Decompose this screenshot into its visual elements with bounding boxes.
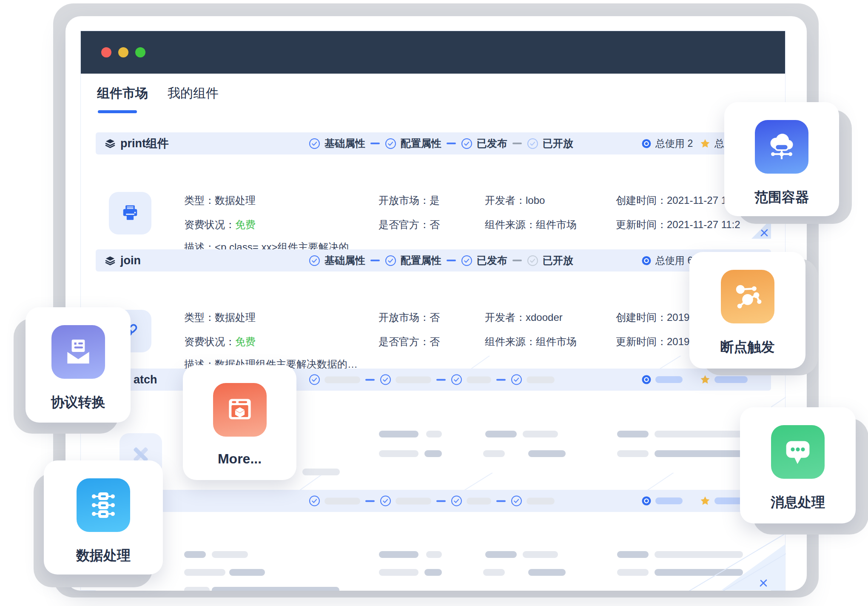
field-type: 类型：数据处理	[184, 194, 256, 207]
field-official: 是否官方：否	[379, 218, 440, 232]
step-label: 已开放	[543, 137, 573, 150]
usage-count: 总使用 6	[642, 254, 693, 267]
float-card-range-container[interactable]: 范围容器	[724, 102, 839, 216]
rating	[700, 374, 748, 385]
step-label: 已发布	[477, 137, 507, 150]
float-card-message-processing[interactable]: 消息处理	[740, 407, 856, 523]
step-label: 配置属性	[401, 137, 441, 150]
component-name: atch	[134, 373, 157, 386]
step-label: 配置属性	[401, 254, 441, 267]
field-open-market: 开放市场：是	[379, 194, 440, 207]
skeleton-pill	[184, 569, 225, 576]
skeleton-pill	[526, 497, 555, 504]
step-connector	[496, 500, 506, 502]
chat-bubble-icon	[771, 425, 825, 479]
skeleton-pill	[655, 497, 683, 504]
usage-count	[642, 496, 683, 506]
usage-count	[642, 375, 683, 384]
float-card-label: More...	[183, 451, 296, 467]
browser-cube-icon	[213, 383, 267, 437]
skeleton-pill	[528, 569, 566, 576]
usage-icon	[642, 375, 651, 384]
skeleton-pill	[467, 497, 491, 504]
field-official: 是否官方：否	[379, 335, 440, 349]
check-circle-icon	[527, 255, 538, 266]
collapse-section-icon[interactable]	[759, 578, 768, 588]
row-body: 类型：数据处理 资费状况：免费 描述：<p.class= xx>组件主要解决的……	[96, 154, 771, 239]
field-source: 组件来源：组件市场	[485, 218, 577, 232]
row-header: join 基础属性 配置属性 已发布 已开放 总使用 6	[96, 249, 771, 272]
float-card-breakpoint-trigger[interactable]: 断点触发	[689, 252, 805, 369]
component-name: join	[120, 254, 141, 267]
step-connector	[365, 379, 375, 380]
skeleton-pill	[426, 431, 442, 437]
skeleton-pill	[324, 497, 360, 504]
skeleton-pill	[424, 569, 442, 576]
collapse-card-icon[interactable]	[760, 228, 769, 237]
component-icon-tile	[109, 192, 151, 234]
layers-icon	[105, 255, 115, 266]
skeleton-pill	[655, 450, 743, 457]
active-tab-indicator	[98, 110, 137, 113]
check-circle-icon	[380, 374, 391, 386]
traffic-light-minimize[interactable]	[118, 47, 128, 57]
skeleton-pill	[212, 587, 339, 591]
component-title: atch	[134, 373, 157, 386]
step-connector	[512, 260, 522, 261]
component-row-skeleton-2[interactable]	[96, 490, 771, 591]
step-connector	[436, 500, 446, 502]
molecule-icon	[721, 270, 774, 323]
field-fee: 资费状况：免费	[184, 218, 256, 232]
window-corner-flap	[721, 544, 785, 590]
step-connector	[370, 143, 380, 144]
skeleton-pill	[523, 551, 558, 558]
row-body	[96, 512, 771, 591]
traffic-light-maximize[interactable]	[135, 47, 145, 57]
tab-component-market[interactable]: 组件市场	[97, 85, 148, 102]
check-circle-icon	[309, 138, 320, 149]
status-steps	[309, 495, 555, 507]
field-source: 组件来源：组件市场	[485, 335, 577, 349]
check-circle-icon	[451, 495, 462, 507]
skeleton-pill	[655, 431, 743, 437]
check-circle-icon	[461, 138, 472, 149]
component-row-join[interactable]: join 基础属性 配置属性 已发布 已开放 总使用 6	[96, 249, 771, 356]
field-updated: 更新时间：2019-1	[616, 335, 699, 349]
skeleton-pill	[483, 450, 505, 457]
float-card-data-processing[interactable]: 数据处理	[44, 460, 163, 575]
skeleton-pill	[424, 450, 442, 457]
skeleton-pill	[617, 569, 649, 576]
skeleton-pill	[302, 469, 340, 475]
tab-my-components[interactable]: 我的组件	[168, 85, 219, 102]
check-circle-icon	[309, 255, 320, 266]
skeleton-pill	[324, 376, 360, 383]
usage-icon	[642, 139, 651, 148]
skeleton-pill	[485, 431, 517, 437]
check-circle-icon	[385, 255, 396, 266]
float-card-label: 范围容器	[724, 188, 839, 207]
traffic-light-close[interactable]	[101, 47, 111, 57]
step-label: 基础属性	[324, 137, 365, 150]
inbox-document-icon	[51, 325, 105, 379]
field-type: 类型：数据处理	[184, 311, 256, 324]
usage-text: 总使用 2	[655, 137, 693, 150]
row-header	[96, 490, 771, 512]
status-steps	[309, 374, 555, 386]
skeleton-pill	[714, 376, 748, 383]
check-circle-icon	[511, 495, 522, 507]
component-row-print[interactable]: print组件 基础属性 配置属性 已发布 已开放 总使用 2	[96, 132, 771, 239]
float-card-more[interactable]: More...	[183, 365, 296, 480]
field-fee: 资费状况：免费	[184, 335, 256, 349]
browser-titlebar	[81, 31, 785, 74]
float-card-protocol-conversion[interactable]: 协议转换	[26, 307, 131, 423]
skeleton-pill	[426, 551, 442, 558]
skeleton-pill	[184, 587, 210, 591]
skeleton-pill	[528, 450, 566, 457]
check-circle-icon	[527, 138, 538, 149]
row-body: 类型：数据处理 资费状况：免费 描述：数据处理组件主要解决数据的… 开放市场：否…	[96, 272, 771, 356]
tab-bar: 组件市场 我的组件	[97, 85, 219, 102]
step-connector	[436, 379, 446, 380]
step-label: 已开放	[543, 254, 573, 267]
skeleton-pill	[379, 450, 418, 457]
skeleton-pill	[617, 431, 649, 437]
